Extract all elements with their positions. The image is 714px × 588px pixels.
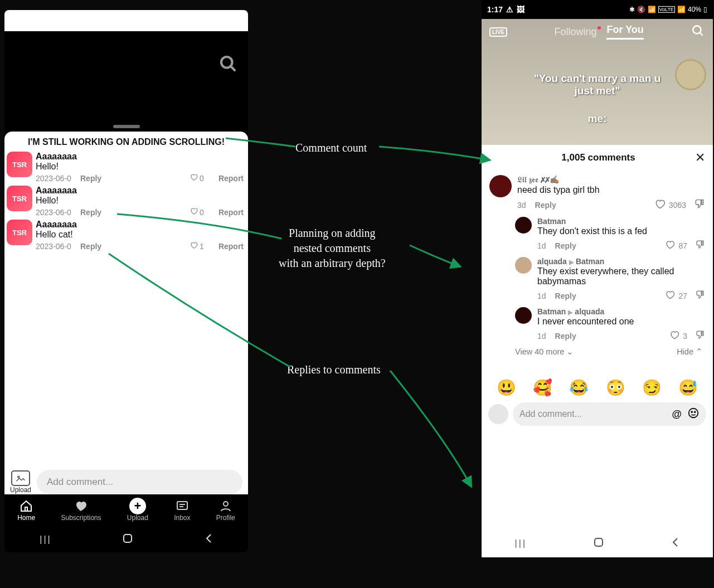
add-comment-input[interactable]: Add comment... [37, 470, 242, 494]
recents-icon[interactable]: ||| [40, 534, 51, 545]
back-icon[interactable] [671, 537, 679, 550]
avatar[interactable]: TSR [7, 152, 32, 177]
left-video-area [4, 31, 248, 137]
heart-icon[interactable] [190, 207, 198, 217]
comment-username[interactable]: Batman [537, 217, 705, 226]
svg-rect-11 [595, 538, 603, 546]
view-more-button[interactable]: View 40 more ⌄ [515, 347, 574, 356]
nav-upload[interactable]: + Upload [127, 499, 148, 522]
heart-icon[interactable] [190, 241, 198, 251]
emoji-picker-icon[interactable] [687, 407, 700, 421]
home-icon[interactable] [593, 537, 604, 550]
comment-username[interactable]: Aaaaaaaa [36, 220, 244, 230]
mention-icon[interactable]: @ [672, 409, 682, 420]
back-icon[interactable] [204, 533, 213, 546]
nav-profile[interactable]: Profile [216, 499, 235, 522]
emoji-quick-row: 😃 🥰 😂 😳 😏 😅 [482, 376, 713, 399]
recents-icon[interactable]: ||| [515, 538, 527, 548]
plus-icon: + [129, 498, 146, 514]
report-button[interactable]: Report [218, 174, 244, 183]
add-comment-placeholder: Add comment... [47, 477, 113, 488]
right-comment-reply: alquada▶Batman They exist everywhere, th… [482, 252, 713, 303]
like-count: 3 [683, 332, 687, 341]
reply-button[interactable]: Reply [555, 332, 576, 341]
tab-following[interactable]: Following [554, 26, 596, 38]
heart-icon[interactable] [665, 240, 675, 251]
comment-text: Hello cat! [36, 230, 244, 240]
emoji-button[interactable]: 😏 [642, 378, 662, 397]
add-comment-placeholder: Add comment... [519, 409, 672, 419]
reply-button[interactable]: Reply [80, 174, 101, 183]
emoji-button[interactable]: 🥰 [533, 378, 552, 397]
search-icon[interactable] [218, 54, 238, 76]
battery-text: 40% [688, 6, 701, 13]
heart-icon[interactable] [654, 198, 666, 211]
avatar[interactable] [515, 257, 532, 274]
avatar[interactable]: TSR [7, 186, 32, 211]
comment-date: 2023-06-0 [36, 174, 80, 183]
status-time: 1:17 [487, 5, 503, 14]
hide-button[interactable]: Hide ⌃ [677, 347, 703, 356]
emoji-button[interactable]: 😂 [569, 378, 589, 397]
right-comment: 𝔏𝔦𝔩 𝔷𝔢𝔢 ✗✗✍🏽 need dis typa girl tbh 3d R… [482, 171, 713, 212]
home-icon[interactable] [122, 533, 133, 546]
thumbs-down-icon[interactable] [695, 240, 705, 251]
reply-button[interactable]: Reply [80, 208, 101, 217]
annotation-nested: Planning on adding nested comments with … [279, 226, 386, 271]
tab-for-you[interactable]: For You [606, 24, 643, 40]
add-comment-input[interactable]: Add comment... @ [513, 402, 706, 426]
live-icon[interactable]: LIVE [489, 27, 507, 37]
svg-point-6 [693, 26, 701, 33]
reply-button[interactable]: Reply [535, 201, 556, 210]
reply-button[interactable]: Reply [80, 242, 101, 251]
thumbs-down-icon[interactable] [695, 290, 705, 302]
reply-arrow-icon: ▶ [568, 309, 572, 315]
left-comment: TSR Aaaaaaaa Hello cat! 2023-06-0 Reply … [4, 218, 248, 252]
nav-inbox[interactable]: Inbox [174, 499, 190, 522]
like-count: 0 [200, 174, 204, 183]
thumbs-down-icon[interactable] [694, 198, 705, 211]
search-icon[interactable] [691, 23, 705, 40]
tiktok-video-area[interactable]: LIVE Following For You "You can't marry … [482, 19, 713, 145]
comment-username[interactable]: Aaaaaaaa [36, 186, 244, 196]
wifi-icon: 📶 [648, 6, 656, 13]
report-button[interactable]: Report [218, 208, 244, 217]
upload-image-button[interactable]: Upload [10, 470, 31, 494]
avatar[interactable] [489, 175, 512, 197]
left-add-comment-row: Upload Add comment... [4, 465, 248, 499]
comment-username[interactable]: alquada▶Batman [537, 257, 705, 266]
annotation-comment-count: Comment count [295, 140, 367, 155]
nav-home[interactable]: Home [17, 499, 35, 522]
android-nav-bar: ||| [4, 527, 248, 552]
close-icon[interactable]: ✕ [695, 150, 705, 165]
right-comments-sheet: 1,005 comments ✕ 𝔏𝔦𝔩 𝔷𝔢𝔢 ✗✗✍🏽 need dis t… [482, 145, 713, 529]
heart-icon[interactable] [665, 290, 675, 302]
heart-icon[interactable] [190, 173, 198, 183]
report-button[interactable]: Report [218, 242, 244, 251]
avatar[interactable]: TSR [7, 220, 32, 245]
comment-username[interactable]: 𝔏𝔦𝔩 𝔷𝔢𝔢 ✗✗✍🏽 [517, 175, 705, 184]
signal-icon: 📶 [677, 6, 686, 13]
comment-time: 1d [537, 241, 546, 250]
comment-date: 2023-06-0 [36, 208, 80, 217]
android-nav-bar: ||| [482, 529, 713, 557]
svg-point-8 [689, 409, 698, 418]
reply-button[interactable]: Reply [555, 241, 576, 250]
comment-username[interactable]: Batman▶alquada [537, 307, 705, 316]
right-comment-reply: Batman They don't exist this is a fed 1d… [482, 212, 713, 252]
avatar[interactable] [515, 217, 532, 234]
avatar[interactable] [515, 307, 532, 324]
comment-username[interactable]: Aaaaaaaa [36, 152, 244, 162]
my-avatar[interactable] [488, 404, 508, 424]
heart-icon[interactable] [669, 330, 679, 342]
nav-subscriptions[interactable]: Subscriptions [61, 499, 101, 522]
annotation-replies: Replies to comments [287, 362, 381, 377]
thumbs-down-icon[interactable] [695, 330, 705, 342]
sheet-drag-handle[interactable] [113, 125, 140, 128]
emoji-button[interactable]: 😃 [497, 378, 516, 397]
emoji-button[interactable]: 😅 [678, 378, 698, 397]
picture-icon: 🖼 [517, 5, 524, 14]
reply-button[interactable]: Reply [555, 291, 576, 300]
emoji-button[interactable]: 😳 [606, 378, 625, 397]
nav-profile-label: Profile [216, 514, 235, 522]
